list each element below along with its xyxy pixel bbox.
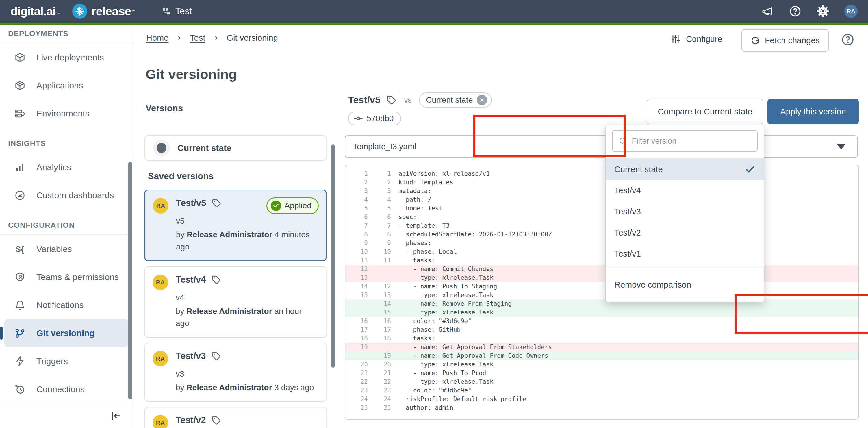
- refresh-icon: [750, 35, 760, 45]
- page-title: Git versioning: [146, 66, 237, 82]
- version-card[interactable]: RA Test/v4 v4 by Release Administrator a…: [145, 267, 327, 338]
- version-card[interactable]: RA Test/v2 v2 by Release Administrator 3…: [145, 407, 327, 428]
- sidebar-item-live-deployments[interactable]: Live deployments: [0, 43, 133, 71]
- avatar: RA: [153, 198, 168, 214]
- remove-comparison-option[interactable]: Remove comparison: [606, 267, 764, 302]
- diff-code-text: color: "#3d6c9e": [391, 317, 471, 325]
- dropdown-option[interactable]: Test/v3: [606, 201, 764, 222]
- sidebar-item-git-versioning[interactable]: Git versioning: [4, 319, 129, 347]
- diff-line-number-new: 11: [368, 257, 391, 264]
- sidebar-item-applications[interactable]: Applications: [0, 71, 133, 99]
- sidebar-section-configuration: CONFIGURATION: [0, 209, 133, 234]
- sidebar-item-environments[interactable]: Environments: [0, 99, 133, 127]
- commit-chip[interactable]: 570db0: [348, 112, 401, 125]
- diff-viewer[interactable]: 1 1 apiVersion: xl-release/v1 2 2 kind: …: [345, 165, 859, 420]
- diff-row: 8 8 scheduledStartDate: 2026-01-12T03:30…: [345, 230, 859, 239]
- dropdown-option[interactable]: Test/v4: [606, 180, 764, 201]
- dropdown-option[interactable]: Test/v1: [606, 243, 764, 265]
- compare-to-current-state-button[interactable]: Compare to Current state: [647, 99, 764, 124]
- settings-gear-icon[interactable]: [816, 5, 829, 18]
- breadcrumb-home-link[interactable]: Home: [146, 33, 168, 43]
- app: digital.ai™ release™ Test RA DE: [0, 0, 868, 428]
- collapse-sidebar-icon[interactable]: [108, 409, 121, 422]
- diff-code-text: type: xlrelease.Task: [391, 378, 494, 385]
- dropdown-option[interactable]: Test/v2: [606, 222, 764, 243]
- filter-version-field[interactable]: [612, 130, 757, 152]
- sidebar-item-triggers[interactable]: Triggers: [0, 347, 133, 375]
- apply-this-version-button[interactable]: Apply this version: [768, 99, 859, 124]
- diff-line-number-new: 2: [368, 179, 391, 186]
- breadcrumb: Home Test Git versioning: [146, 33, 278, 43]
- diff-code-text: riskProfile: Default risk profile: [391, 396, 526, 403]
- diff-code-text: - phase: Local: [391, 248, 457, 255]
- diff-line-number-old: 17: [345, 326, 368, 333]
- sidebar-item-variables[interactable]: ${ Variables: [0, 235, 133, 263]
- topbar-actions: RA: [761, 5, 858, 18]
- breadcrumb-parent-link[interactable]: Test: [190, 33, 205, 43]
- diff-line-number-new: 9: [368, 240, 391, 246]
- compare-target-chip[interactable]: Current state: [419, 92, 492, 108]
- help-icon[interactable]: [789, 5, 802, 18]
- current-state-dot-icon: [153, 140, 170, 156]
- tag-icon: [211, 351, 221, 361]
- announcements-icon[interactable]: [761, 5, 774, 18]
- remove-target-icon[interactable]: [477, 95, 487, 105]
- brand-text: digital.ai: [10, 5, 56, 18]
- chevron-right-icon: [176, 35, 182, 41]
- version-tag-text: v4: [176, 293, 318, 302]
- diff-row: 15 type: xlrelease.Task: [345, 308, 859, 317]
- servers-icon: [14, 108, 25, 119]
- timestamp: 3 days ago: [272, 383, 314, 392]
- filter-version-input[interactable]: [632, 137, 751, 146]
- saved-versions-heading: Saved versions: [148, 171, 327, 182]
- diff-line-number-old: 10: [345, 248, 368, 255]
- diff-code-text: - name: Remove From Staging: [391, 300, 512, 307]
- diff-row: 20 20 type: xlrelease.Task: [345, 360, 859, 369]
- user-avatar[interactable]: RA: [844, 5, 858, 18]
- diff-line-number-old: 13: [345, 274, 368, 281]
- sidebar-item-teams-permissions[interactable]: Teams & permissions: [0, 263, 133, 291]
- breadcrumb-current: Git versioning: [227, 33, 278, 43]
- version-card[interactable]: RA Test/v5 Applied v5 by Release Adminis…: [145, 190, 327, 261]
- diff-line-number-new: 13: [368, 292, 391, 299]
- diff-line-number-new: 24: [368, 396, 391, 403]
- sidebar-item-notifications[interactable]: Notifications: [0, 291, 133, 319]
- brand-trademark: ™: [56, 12, 60, 16]
- applied-badge-label: Applied: [285, 201, 311, 210]
- sidebar-item-label: Variables: [36, 244, 72, 254]
- diff-code-text: phases:: [391, 240, 431, 246]
- fetch-changes-button[interactable]: Fetch changes: [741, 29, 829, 52]
- commit-hash: 570db0: [367, 114, 394, 123]
- sliders-icon: [670, 34, 681, 44]
- sidebar-item-label: Triggers: [36, 356, 68, 366]
- sidebar-scrollbar[interactable]: [128, 162, 132, 399]
- diff-row: 13 type: xlrelease.Task: [345, 273, 859, 282]
- page-help-icon[interactable]: [841, 33, 855, 47]
- version-card[interactable]: RA Test/v3 v3 by Release Administrator 3…: [145, 343, 327, 402]
- diff-row: 5 5 home: Test: [345, 204, 859, 213]
- sidebar-item-label: Applications: [36, 81, 83, 90]
- sidebar-item-connections[interactable]: Connections: [0, 375, 133, 403]
- configure-button[interactable]: Configure: [670, 34, 722, 44]
- diff-line-number-old: 3: [345, 188, 368, 194]
- versions-scrollbar[interactable]: [331, 145, 335, 368]
- cube-icon: [14, 52, 25, 63]
- diff-code-text: home: Test: [391, 205, 442, 212]
- release-logo[interactable]: release™: [72, 4, 135, 19]
- sidebar-footer: [0, 404, 133, 428]
- file-version-select[interactable]: Template_t3.yaml: [345, 135, 858, 158]
- workspace-tab[interactable]: Test: [161, 6, 192, 17]
- diff-row: 11 11 tasks:: [345, 256, 859, 265]
- dropdown-option[interactable]: Current state: [606, 159, 764, 180]
- current-state-card[interactable]: Current state: [145, 135, 327, 161]
- sidebar-item-analytics[interactable]: Analytics: [0, 153, 133, 181]
- diff-line-number-new: 18: [368, 335, 391, 342]
- diff-line-number-new: 12: [368, 283, 391, 290]
- diff-code-text: spec:: [391, 214, 417, 220]
- diff-line-number-old: 18: [345, 335, 368, 342]
- digitalai-logo[interactable]: digital.ai™: [10, 5, 60, 18]
- package-icon: [14, 80, 25, 91]
- sidebar-item-label: Custom dashboards: [36, 190, 114, 200]
- dropdown-option-label: Test/v2: [614, 228, 641, 238]
- sidebar-item-custom-dashboards[interactable]: Custom dashboards: [0, 181, 133, 209]
